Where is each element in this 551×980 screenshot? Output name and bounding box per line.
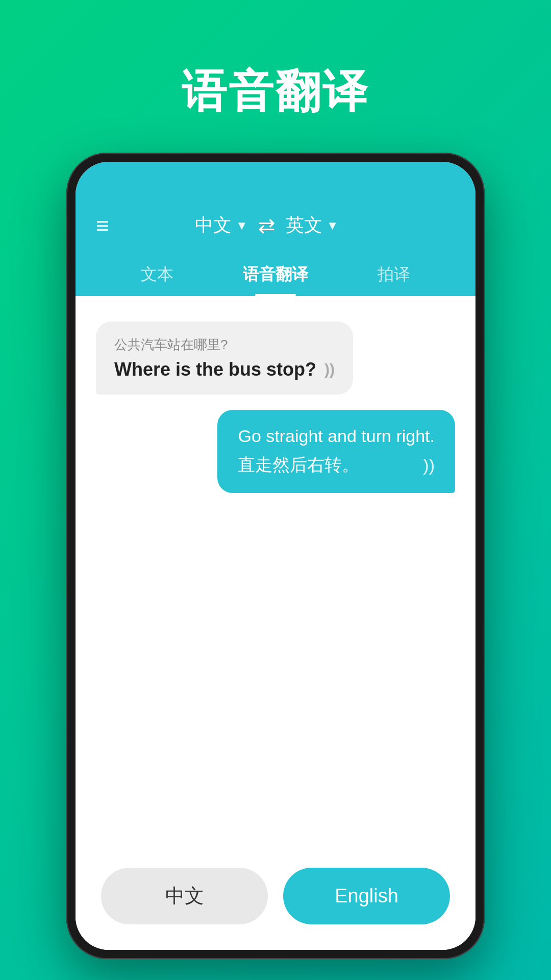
target-language-label: 英文 xyxy=(286,213,322,238)
swap-language-button[interactable]: ⇄ xyxy=(258,214,276,237)
tab-photo[interactable]: 拍译 xyxy=(362,253,425,296)
message-bubble-right[interactable]: Go straight and turn right. 直走然后右转。 )) xyxy=(217,410,455,493)
phone-screen: ≡ 中文 ▼ ⇄ 英文 ▼ 文本 语音翻 xyxy=(76,162,475,950)
message-bubble-left[interactable]: 公共汽车站在哪里? Where is the bus stop? )) xyxy=(96,322,353,395)
bottom-bar: 中文 English xyxy=(76,852,475,950)
english-mic-button[interactable]: English xyxy=(283,868,450,924)
play-sound-icon[interactable]: )) xyxy=(324,361,335,378)
bubble-chinese-translation: 直走然后右转。 xyxy=(238,453,359,477)
menu-icon[interactable]: ≡ xyxy=(96,214,109,237)
bubble-source-text: 公共汽车站在哪里? xyxy=(114,336,335,354)
bubble-chinese-text: 直走然后右转。 )) xyxy=(238,453,435,477)
chinese-mic-button[interactable]: 中文 xyxy=(101,868,268,924)
play-sound-icon-right[interactable]: )) xyxy=(423,455,435,475)
source-language-button[interactable]: 中文 ▼ xyxy=(195,213,248,238)
target-language-button[interactable]: 英文 ▼ xyxy=(286,213,339,238)
header-top: ≡ 中文 ▼ ⇄ 英文 ▼ xyxy=(96,213,455,253)
page-title: 语音翻译 xyxy=(182,61,369,122)
chat-content: 公共汽车站在哪里? Where is the bus stop? )) Go s… xyxy=(76,296,475,852)
status-bar xyxy=(76,162,475,192)
tab-text[interactable]: 文本 xyxy=(126,253,189,296)
target-language-dropdown-icon: ▼ xyxy=(327,218,339,233)
phone-frame: ≡ 中文 ▼ ⇄ 英文 ▼ 文本 语音翻 xyxy=(66,153,485,959)
language-selector: 中文 ▼ ⇄ 英文 ▼ xyxy=(195,213,339,238)
bubble-translation-content: Where is the bus stop? xyxy=(114,359,316,380)
app-header: ≡ 中文 ▼ ⇄ 英文 ▼ 文本 语音翻 xyxy=(76,192,475,296)
tab-bar: 文本 语音翻译 拍译 xyxy=(96,253,455,296)
bubble-translated-text: Where is the bus stop? )) xyxy=(114,359,335,380)
tab-voice-translate[interactable]: 语音翻译 xyxy=(228,253,323,296)
source-language-label: 中文 xyxy=(195,213,232,238)
bubble-english-text: Go straight and turn right. xyxy=(238,426,435,446)
source-language-dropdown-icon: ▼ xyxy=(236,218,248,233)
